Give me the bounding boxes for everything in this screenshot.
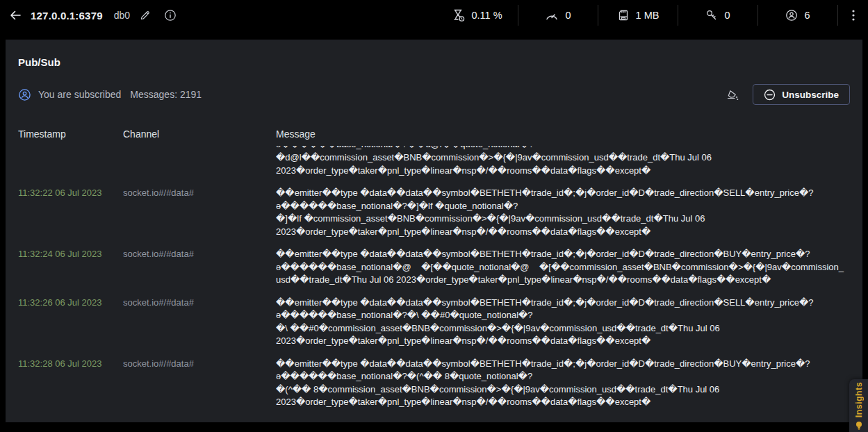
message-line: 2023�order_type�taker�pnl_type�linear�ns… xyxy=(276,396,850,409)
messages-table: Timestamp Channel Message ə������base_no… xyxy=(6,124,862,411)
back-button[interactable] xyxy=(0,0,31,31)
message-channel: socket.io#/#data# xyxy=(123,187,276,238)
subscribed-user-icon xyxy=(18,88,31,101)
header-timestamp: Timestamp xyxy=(18,128,123,140)
table-row: 11:32:22 06 Jul 2023 socket.io#/#data# �… xyxy=(18,187,850,238)
message-line-clipped: ə������base_notional�?��d@l��quote_notio… xyxy=(276,146,850,151)
messages-count: Messages: 2191 xyxy=(130,89,202,100)
overflow-menu-button[interactable] xyxy=(837,5,868,26)
stat-ops-value: 0 xyxy=(565,10,571,21)
message-line: 2023�order_type�taker�pnl_type�linear�ns… xyxy=(276,165,850,178)
message-timestamp: 11:32:24 06 Jul 2023 xyxy=(18,248,123,287)
subscription-bar: You are subscribed Messages: 2191 Unsubs… xyxy=(18,83,850,106)
pencil-icon xyxy=(140,10,151,21)
message-timestamp: 11:32:26 06 Jul 2023 xyxy=(18,297,123,348)
stat-ops[interactable]: 0 xyxy=(518,5,598,26)
stat-cpu-value: 0.11 % xyxy=(471,10,502,21)
stat-keys[interactable]: 0 xyxy=(678,5,758,26)
message-line: usd��trade_dt�Thu Jul 06 2023�order_type… xyxy=(276,274,850,287)
pubsub-panel: Pub/Sub You are subscribed Messages: 219… xyxy=(6,40,862,422)
db-stats-bar: 0.11 % 0 1 MB 0 xyxy=(438,0,868,31)
message-line: ��emitter��type �data��data��symbol�BETH… xyxy=(276,297,850,310)
table-row: 11:32:24 06 Jul 2023 socket.io#/#data# �… xyxy=(18,248,850,287)
cpu-icon xyxy=(453,9,465,22)
stat-memory-value: 1 MB xyxy=(636,10,660,21)
stat-memory[interactable]: 1 MB xyxy=(598,5,678,26)
message-payload: ��emitter��type �data��data��symbol�BETH… xyxy=(276,358,850,409)
table-body[interactable]: ə������base_notional�?��d@l��quote_notio… xyxy=(6,146,862,411)
message-channel: socket.io#/#data# xyxy=(123,358,276,409)
page-title: Pub/Sub xyxy=(6,53,862,68)
eraser-icon xyxy=(726,88,739,101)
table-row: 11:32:28 06 Jul 2023 socket.io#/#data# �… xyxy=(18,358,850,409)
insights-label: Insights xyxy=(854,382,864,417)
message-line: �\ ��#0�commission_asset�BNB�commission�… xyxy=(276,322,850,335)
stat-keys-value: 0 xyxy=(724,10,730,21)
header-channel: Channel xyxy=(123,128,276,140)
app-window: 127.0.0.1:6379 db0 0.11 % xyxy=(0,0,868,432)
message-line: 2023�order_type�taker�pnl_type�linear�ns… xyxy=(276,335,850,348)
message-line: 2023�order_type�taker�pnl_type�linear�ns… xyxy=(276,226,850,239)
message-channel: socket.io#/#data# xyxy=(123,297,276,348)
message-line: ə������base_notional�?�(^�� 8�quote_noti… xyxy=(276,370,850,383)
stat-clients[interactable]: 6 xyxy=(758,5,837,26)
lightbulb-icon xyxy=(855,421,863,431)
message-line: �(^�� 8�commission_asset�BNB�commission�… xyxy=(276,383,850,397)
unsubscribe-label: Unsubscribe xyxy=(782,90,839,100)
clear-messages-button[interactable] xyxy=(722,84,743,105)
message-timestamp: 11:32:28 06 Jul 2023 xyxy=(18,358,123,409)
edit-alias-button[interactable] xyxy=(136,6,155,25)
message-line: �d@l��commission_asset�BNB�commission�>�… xyxy=(276,151,850,165)
db-index-label: db0 xyxy=(114,10,130,21)
arrow-left-icon xyxy=(8,8,22,22)
db-info-button[interactable] xyxy=(161,6,180,25)
header-message: Message xyxy=(276,128,850,140)
message-payload: ��emitter��type �data��data��symbol�BETH… xyxy=(276,248,850,287)
message-channel: socket.io#/#data# xyxy=(123,248,276,287)
message-payload: ��emitter��type �data��data��symbol�BETH… xyxy=(276,187,850,238)
minus-circle-icon xyxy=(764,89,776,101)
message-line: �]�lf �commission_asset�BNB�commission�>… xyxy=(276,213,850,226)
kebab-menu-icon xyxy=(852,10,855,21)
message-line: ��emitter��type �data��data��symbol�BETH… xyxy=(276,187,850,200)
message-line: ��emitter��type �data��data��symbol�BETH… xyxy=(276,248,850,261)
stat-cpu[interactable]: 0.11 % xyxy=(438,5,518,26)
message-timestamp: 11:32:22 06 Jul 2023 xyxy=(18,187,123,238)
gauge-icon xyxy=(545,10,559,21)
table-row-partial: ə������base_notional�?��d@l��quote_notio… xyxy=(18,146,850,177)
insights-tab[interactable]: Insights xyxy=(849,379,868,432)
memory-icon xyxy=(617,9,630,22)
table-row: 11:32:26 06 Jul 2023 socket.io#/#data# �… xyxy=(18,297,850,348)
message-line: ��emitter��type �data��data��symbol�BETH… xyxy=(276,358,850,371)
info-icon xyxy=(164,9,177,22)
top-bar: 127.0.0.1:6379 db0 0.11 % xyxy=(0,0,868,31)
table-header-row: Timestamp Channel Message xyxy=(6,124,862,144)
message-line: ə������base_notional�?�]�lf �quote_notio… xyxy=(276,200,850,213)
database-host-title: 127.0.0.1:6379 xyxy=(31,10,103,22)
stat-clients-value: 6 xyxy=(804,10,810,21)
unsubscribe-button[interactable]: Unsubscribe xyxy=(753,84,850,105)
message-payload: ��emitter��type �data��data��symbol�BETH… xyxy=(276,297,850,348)
key-icon xyxy=(705,9,718,22)
clients-icon xyxy=(785,9,798,22)
message-line: ə������base_notional�@ �[��quote_notiona… xyxy=(276,261,850,274)
subscription-status-text: You are subscribed xyxy=(38,89,121,100)
message-line: ə������base_notional�?�\ ��#0�quote_noti… xyxy=(276,309,850,322)
subscription-status: You are subscribed xyxy=(18,88,121,101)
